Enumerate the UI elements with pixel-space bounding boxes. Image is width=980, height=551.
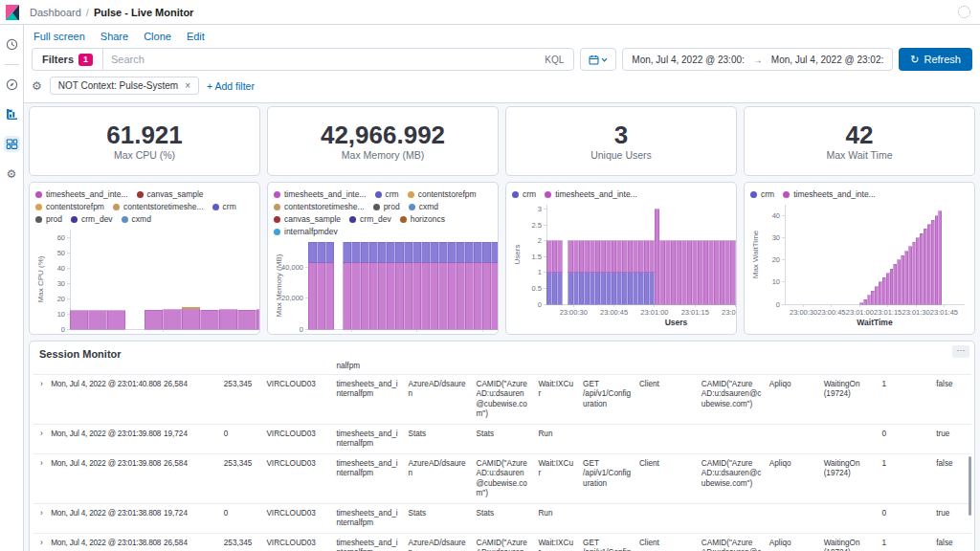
refresh-button[interactable]: ↻ Refresh — [899, 48, 972, 71]
legend-item[interactable]: internalfpmdev — [274, 226, 338, 238]
table-cell — [768, 503, 822, 533]
table-cell: timesheets_and_internalfpm — [334, 374, 406, 424]
calendar-icon — [589, 55, 599, 65]
svg-text:20: 20 — [57, 295, 65, 303]
settings-icon[interactable]: ⚙ — [4, 165, 20, 182]
legend-item[interactable]: crm — [212, 201, 236, 213]
chart-legend: timesheets_and_inte...crmcontentstorefpm… — [274, 188, 492, 238]
breadcrumb-dashboard[interactable]: Dashboard — [30, 7, 81, 18]
legend-item[interactable]: crm_dev — [71, 213, 113, 226]
legend-item[interactable]: timesheets_and_inte... — [35, 188, 128, 201]
legend-item[interactable]: contentstoretimeshe... — [113, 201, 204, 213]
legend-item[interactable]: crm — [750, 188, 774, 201]
filters-button[interactable]: Filters 1 — [33, 49, 103, 70]
legend-item[interactable]: contentstorefpm — [35, 201, 104, 213]
table-cell: 253,345 — [222, 374, 265, 424]
date-picker-button[interactable] — [580, 48, 616, 71]
legend-dot-icon — [137, 191, 144, 198]
row-expand-icon[interactable]: › — [33, 374, 49, 424]
table-cell: GET /api/v1/Configuration — [581, 374, 637, 424]
svg-text:Users: Users — [513, 245, 522, 265]
legend-label: timesheets_and_inte... — [284, 188, 367, 201]
chart-panel: timesheets_and_inte...canvas_sampleconte… — [29, 182, 260, 335]
table-cell: Apliqo — [768, 374, 822, 424]
table-cell: WaitingOn (19724) — [822, 533, 880, 551]
legend-item[interactable]: cxmd — [409, 201, 438, 213]
svg-text:3: 3 — [538, 205, 542, 213]
table-cell: 26,584 — [162, 453, 222, 503]
metric-value: 3 — [614, 121, 628, 148]
legend-dot-icon — [274, 216, 280, 223]
kibana-logo[interactable] — [0, 0, 24, 24]
table-row: ›Mon, Jul 4, 2022 @ 23:01:40.80826,58425… — [33, 374, 971, 424]
chart-legend: crmtimesheets_and_inte... — [512, 188, 730, 201]
row-expand-icon[interactable]: › — [33, 424, 49, 453]
table-row-partial: nalfpm — [33, 362, 971, 374]
date-from[interactable]: Mon, Jul 4, 2022 @ 23:00: — [623, 55, 752, 65]
table-scrollbar[interactable] — [969, 456, 971, 516]
panel-options-icon[interactable]: ··· — [952, 345, 969, 358]
legend-item[interactable]: cxmd — [122, 213, 151, 226]
legend-dot-icon — [113, 204, 120, 210]
visualize-icon[interactable] — [4, 106, 20, 122]
legend-item[interactable]: crm — [375, 188, 399, 201]
discover-icon[interactable] — [4, 77, 20, 93]
dashboard-icon[interactable] — [4, 136, 20, 152]
legend-item[interactable]: timesheets_and_inte... — [783, 188, 876, 201]
toolbar-link-clone[interactable]: Clone — [144, 31, 171, 42]
legend-item[interactable]: contentstoretimeshe... — [274, 201, 365, 213]
metric-label: Max Wait Time — [826, 149, 892, 161]
filter-remove-icon[interactable]: × — [185, 80, 190, 91]
filter-gear-icon[interactable]: ⚙ — [32, 79, 42, 93]
legend-item[interactable]: horizoncs — [400, 213, 445, 226]
date-to[interactable]: Mon, Jul 4, 2022 @ 23:02: — [763, 55, 892, 65]
row-expand-icon[interactable]: › — [33, 533, 49, 551]
metric-label: Max Memory (MB) — [342, 149, 424, 161]
filter-pill-label: NOT Context: Pulse-System — [58, 80, 178, 91]
svg-text:2.5: 2.5 — [532, 221, 542, 230]
legend-item[interactable]: timesheets_and_inte... — [545, 188, 637, 201]
legend-dot-icon — [274, 204, 280, 210]
add-filter-link[interactable]: + Add filter — [207, 80, 255, 92]
legend-item[interactable]: prod — [35, 213, 62, 226]
legend-item[interactable]: contentstorefpm — [408, 188, 477, 201]
legend-item[interactable]: timesheets_and_inte... — [274, 188, 367, 201]
toolbar-link-share[interactable]: Share — [100, 31, 128, 42]
chart-plot: 00.511.522.5323:00:3023:00:4523:01:0023:… — [512, 201, 737, 328]
legend-dot-icon — [375, 191, 382, 198]
legend-label: timesheets_and_inte... — [793, 188, 876, 201]
table-cell: Wait:IXCur — [536, 374, 581, 424]
table-cell: timesheets_and_internalfpm — [334, 424, 406, 453]
help-icon[interactable] — [958, 6, 970, 18]
svg-text:30: 30 — [57, 279, 65, 288]
table-cell — [700, 424, 768, 453]
filter-pill[interactable]: NOT Context: Pulse-System × — [50, 77, 199, 95]
table-cell: GET /api/v1/Configuration — [581, 533, 637, 551]
row-expand-icon[interactable]: › — [33, 453, 49, 503]
svg-text:Max CPU (%): Max CPU (%) — [36, 255, 45, 302]
row-expand-icon[interactable]: › — [33, 503, 49, 533]
table-cell: Apliqo — [768, 453, 822, 503]
legend-dot-icon — [512, 191, 519, 198]
legend-item[interactable]: canvas_sample — [137, 188, 204, 201]
metric-value: 42 — [846, 121, 874, 148]
table-cell: 1 — [880, 533, 934, 551]
legend-item[interactable]: crm_dev — [349, 213, 391, 226]
legend-dot-icon — [750, 191, 757, 198]
chart-panel: crmtimesheets_and_inte...00.511.522.5323… — [505, 182, 737, 335]
recently-viewed-icon[interactable] — [4, 36, 20, 53]
legend-item[interactable]: canvas_sample — [274, 213, 341, 226]
legend-item[interactable]: crm — [512, 188, 536, 201]
search-input[interactable]: Search — [103, 54, 545, 65]
svg-text:20: 20 — [772, 255, 780, 264]
toolbar-link-full-screen[interactable]: Full screen — [33, 31, 85, 42]
table-cell — [581, 503, 637, 533]
toolbar-link-edit[interactable]: Edit — [187, 31, 205, 42]
dashboard-grid: 61.921Max CPU (%)42,966.992Max Memory (M… — [24, 103, 980, 551]
svg-text:2: 2 — [538, 236, 542, 245]
kql-selector[interactable]: KQL — [545, 55, 573, 65]
table-cell: 26,584 — [162, 533, 222, 551]
legend-item[interactable]: prod — [373, 201, 400, 213]
svg-text:23:01:00: 23:01:00 — [640, 308, 668, 317]
svg-text:10: 10 — [772, 277, 780, 286]
